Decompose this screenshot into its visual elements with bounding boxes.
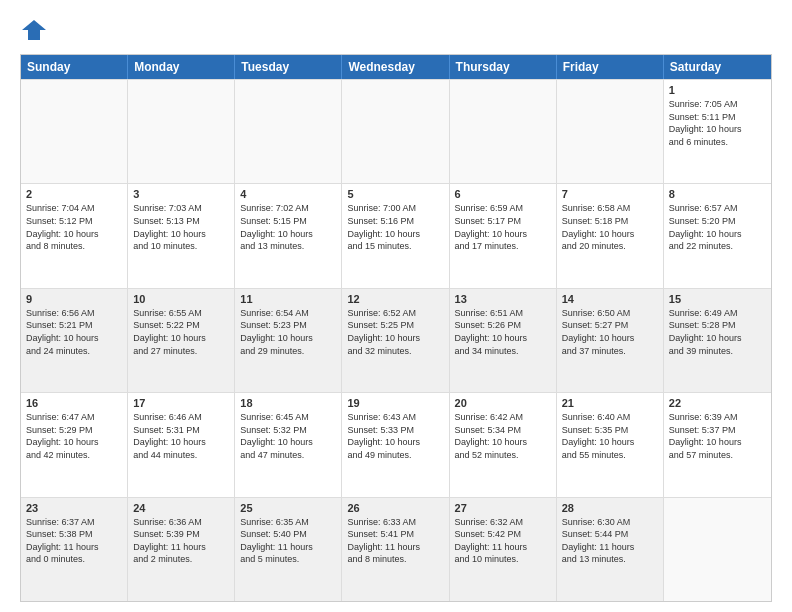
cal-cell: 8Sunrise: 6:57 AM Sunset: 5:20 PM Daylig…	[664, 184, 771, 287]
cal-cell: 1Sunrise: 7:05 AM Sunset: 5:11 PM Daylig…	[664, 80, 771, 183]
day-info: Sunrise: 6:52 AM Sunset: 5:25 PM Dayligh…	[347, 307, 443, 357]
cal-cell: 25Sunrise: 6:35 AM Sunset: 5:40 PM Dayli…	[235, 498, 342, 601]
calendar-body: 1Sunrise: 7:05 AM Sunset: 5:11 PM Daylig…	[21, 79, 771, 601]
day-info: Sunrise: 6:30 AM Sunset: 5:44 PM Dayligh…	[562, 516, 658, 566]
day-info: Sunrise: 6:58 AM Sunset: 5:18 PM Dayligh…	[562, 202, 658, 252]
cal-cell: 5Sunrise: 7:00 AM Sunset: 5:16 PM Daylig…	[342, 184, 449, 287]
day-info: Sunrise: 6:32 AM Sunset: 5:42 PM Dayligh…	[455, 516, 551, 566]
day-info: Sunrise: 6:45 AM Sunset: 5:32 PM Dayligh…	[240, 411, 336, 461]
day-number: 8	[669, 188, 766, 200]
page: SundayMondayTuesdayWednesdayThursdayFrid…	[0, 0, 792, 612]
cal-cell: 20Sunrise: 6:42 AM Sunset: 5:34 PM Dayli…	[450, 393, 557, 496]
cal-cell: 15Sunrise: 6:49 AM Sunset: 5:28 PM Dayli…	[664, 289, 771, 392]
day-info: Sunrise: 6:47 AM Sunset: 5:29 PM Dayligh…	[26, 411, 122, 461]
logo	[20, 16, 52, 44]
day-info: Sunrise: 6:33 AM Sunset: 5:41 PM Dayligh…	[347, 516, 443, 566]
cal-cell	[664, 498, 771, 601]
day-number: 26	[347, 502, 443, 514]
cal-header-cell: Wednesday	[342, 55, 449, 79]
header	[20, 16, 772, 44]
cal-cell: 22Sunrise: 6:39 AM Sunset: 5:37 PM Dayli…	[664, 393, 771, 496]
cal-cell: 7Sunrise: 6:58 AM Sunset: 5:18 PM Daylig…	[557, 184, 664, 287]
cal-cell: 28Sunrise: 6:30 AM Sunset: 5:44 PM Dayli…	[557, 498, 664, 601]
cal-cell	[557, 80, 664, 183]
day-info: Sunrise: 7:04 AM Sunset: 5:12 PM Dayligh…	[26, 202, 122, 252]
day-info: Sunrise: 6:42 AM Sunset: 5:34 PM Dayligh…	[455, 411, 551, 461]
day-info: Sunrise: 6:40 AM Sunset: 5:35 PM Dayligh…	[562, 411, 658, 461]
day-number: 19	[347, 397, 443, 409]
day-number: 28	[562, 502, 658, 514]
day-number: 16	[26, 397, 122, 409]
cal-cell: 3Sunrise: 7:03 AM Sunset: 5:13 PM Daylig…	[128, 184, 235, 287]
day-number: 23	[26, 502, 122, 514]
day-info: Sunrise: 6:36 AM Sunset: 5:39 PM Dayligh…	[133, 516, 229, 566]
svg-marker-0	[22, 20, 46, 40]
day-number: 6	[455, 188, 551, 200]
cal-cell: 6Sunrise: 6:59 AM Sunset: 5:17 PM Daylig…	[450, 184, 557, 287]
day-number: 13	[455, 293, 551, 305]
cal-cell: 2Sunrise: 7:04 AM Sunset: 5:12 PM Daylig…	[21, 184, 128, 287]
day-number: 25	[240, 502, 336, 514]
day-info: Sunrise: 6:59 AM Sunset: 5:17 PM Dayligh…	[455, 202, 551, 252]
day-info: Sunrise: 7:05 AM Sunset: 5:11 PM Dayligh…	[669, 98, 766, 148]
cal-cell: 27Sunrise: 6:32 AM Sunset: 5:42 PM Dayli…	[450, 498, 557, 601]
day-info: Sunrise: 6:35 AM Sunset: 5:40 PM Dayligh…	[240, 516, 336, 566]
day-number: 17	[133, 397, 229, 409]
cal-header-cell: Monday	[128, 55, 235, 79]
day-number: 27	[455, 502, 551, 514]
cal-header-cell: Sunday	[21, 55, 128, 79]
day-number: 18	[240, 397, 336, 409]
day-number: 14	[562, 293, 658, 305]
day-info: Sunrise: 6:51 AM Sunset: 5:26 PM Dayligh…	[455, 307, 551, 357]
day-number: 3	[133, 188, 229, 200]
logo-icon	[20, 16, 48, 44]
cal-row: 2Sunrise: 7:04 AM Sunset: 5:12 PM Daylig…	[21, 183, 771, 287]
day-info: Sunrise: 7:02 AM Sunset: 5:15 PM Dayligh…	[240, 202, 336, 252]
calendar-header: SundayMondayTuesdayWednesdayThursdayFrid…	[21, 55, 771, 79]
cal-cell: 19Sunrise: 6:43 AM Sunset: 5:33 PM Dayli…	[342, 393, 449, 496]
cal-cell: 12Sunrise: 6:52 AM Sunset: 5:25 PM Dayli…	[342, 289, 449, 392]
cal-cell: 21Sunrise: 6:40 AM Sunset: 5:35 PM Dayli…	[557, 393, 664, 496]
day-number: 11	[240, 293, 336, 305]
cal-cell	[450, 80, 557, 183]
cal-row: 16Sunrise: 6:47 AM Sunset: 5:29 PM Dayli…	[21, 392, 771, 496]
day-info: Sunrise: 6:49 AM Sunset: 5:28 PM Dayligh…	[669, 307, 766, 357]
day-info: Sunrise: 6:43 AM Sunset: 5:33 PM Dayligh…	[347, 411, 443, 461]
day-info: Sunrise: 7:00 AM Sunset: 5:16 PM Dayligh…	[347, 202, 443, 252]
cal-cell: 23Sunrise: 6:37 AM Sunset: 5:38 PM Dayli…	[21, 498, 128, 601]
cal-cell: 17Sunrise: 6:46 AM Sunset: 5:31 PM Dayli…	[128, 393, 235, 496]
day-number: 10	[133, 293, 229, 305]
cal-cell: 4Sunrise: 7:02 AM Sunset: 5:15 PM Daylig…	[235, 184, 342, 287]
cal-cell: 16Sunrise: 6:47 AM Sunset: 5:29 PM Dayli…	[21, 393, 128, 496]
day-number: 1	[669, 84, 766, 96]
day-number: 4	[240, 188, 336, 200]
cal-header-cell: Saturday	[664, 55, 771, 79]
cal-header-cell: Friday	[557, 55, 664, 79]
day-number: 15	[669, 293, 766, 305]
cal-row: 1Sunrise: 7:05 AM Sunset: 5:11 PM Daylig…	[21, 79, 771, 183]
cal-row: 23Sunrise: 6:37 AM Sunset: 5:38 PM Dayli…	[21, 497, 771, 601]
cal-cell	[342, 80, 449, 183]
day-number: 12	[347, 293, 443, 305]
calendar: SundayMondayTuesdayWednesdayThursdayFrid…	[20, 54, 772, 602]
day-number: 7	[562, 188, 658, 200]
cal-cell: 14Sunrise: 6:50 AM Sunset: 5:27 PM Dayli…	[557, 289, 664, 392]
cal-cell	[21, 80, 128, 183]
day-info: Sunrise: 6:56 AM Sunset: 5:21 PM Dayligh…	[26, 307, 122, 357]
day-info: Sunrise: 6:54 AM Sunset: 5:23 PM Dayligh…	[240, 307, 336, 357]
cal-cell	[128, 80, 235, 183]
cal-cell: 9Sunrise: 6:56 AM Sunset: 5:21 PM Daylig…	[21, 289, 128, 392]
cal-cell: 11Sunrise: 6:54 AM Sunset: 5:23 PM Dayli…	[235, 289, 342, 392]
day-number: 21	[562, 397, 658, 409]
day-number: 22	[669, 397, 766, 409]
cal-cell: 18Sunrise: 6:45 AM Sunset: 5:32 PM Dayli…	[235, 393, 342, 496]
day-info: Sunrise: 6:50 AM Sunset: 5:27 PM Dayligh…	[562, 307, 658, 357]
day-info: Sunrise: 6:37 AM Sunset: 5:38 PM Dayligh…	[26, 516, 122, 566]
day-info: Sunrise: 6:57 AM Sunset: 5:20 PM Dayligh…	[669, 202, 766, 252]
day-number: 9	[26, 293, 122, 305]
day-info: Sunrise: 6:46 AM Sunset: 5:31 PM Dayligh…	[133, 411, 229, 461]
cal-header-cell: Tuesday	[235, 55, 342, 79]
cal-cell: 10Sunrise: 6:55 AM Sunset: 5:22 PM Dayli…	[128, 289, 235, 392]
cal-row: 9Sunrise: 6:56 AM Sunset: 5:21 PM Daylig…	[21, 288, 771, 392]
cal-cell: 26Sunrise: 6:33 AM Sunset: 5:41 PM Dayli…	[342, 498, 449, 601]
